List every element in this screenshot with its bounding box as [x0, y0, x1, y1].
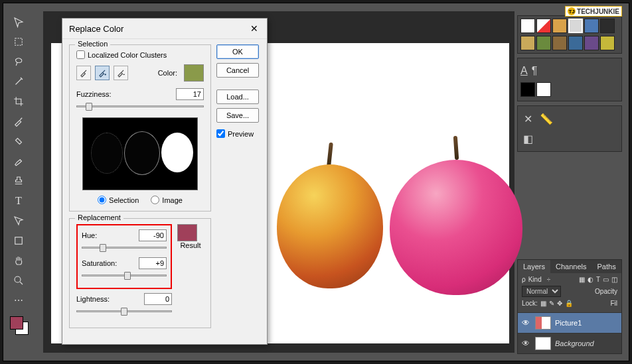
- dialog-titlebar[interactable]: Replace Color ✕: [62, 19, 267, 39]
- ok-button[interactable]: OK: [216, 44, 259, 59]
- tool-more[interactable]: ⋯: [10, 292, 27, 308]
- lightness-input[interactable]: [144, 293, 172, 305]
- hue-slider[interactable]: [82, 243, 167, 253]
- fg-color-swatch[interactable]: [10, 316, 23, 330]
- color-swatch-pair[interactable]: [10, 316, 29, 335]
- tool-stamp[interactable]: [10, 173, 27, 189]
- layer-row-background[interactable]: 👁 Background: [518, 333, 621, 353]
- hue-label: Hue:: [82, 231, 97, 239]
- lock-transparency-icon[interactable]: ▦: [540, 300, 546, 307]
- result-label: Result: [177, 241, 204, 249]
- cancel-button[interactable]: Cancel: [216, 63, 259, 78]
- load-button[interactable]: Load...: [216, 90, 259, 104]
- lightness-slider[interactable]: [76, 306, 172, 317]
- swatch-row-2[interactable]: [520, 36, 619, 50]
- kind-label: Kind: [528, 276, 542, 283]
- tab-paths[interactable]: Paths: [592, 260, 621, 273]
- visibility-icon[interactable]: 👁: [522, 318, 531, 328]
- replace-color-dialog: Replace Color ✕ Selection Localized Colo…: [62, 18, 268, 345]
- fuzziness-label: Fuzziness:: [76, 90, 112, 98]
- selection-preview: [82, 117, 198, 190]
- layer-name: Picture1: [555, 319, 582, 327]
- dialog-title: Replace Color: [69, 24, 123, 34]
- tool-shape[interactable]: [10, 233, 27, 249]
- tool-wand[interactable]: [10, 74, 27, 90]
- blend-mode-select[interactable]: Normal: [522, 286, 561, 297]
- layer-row-picture1[interactable]: 👁 Picture1: [518, 312, 621, 333]
- tool-path[interactable]: [10, 213, 27, 229]
- paragraph-icon[interactable]: ¶: [532, 65, 538, 77]
- filter-pixel-icon[interactable]: ▦: [579, 276, 585, 283]
- ruler-icon[interactable]: 📏: [539, 111, 554, 126]
- svg-rect-1: [15, 237, 23, 245]
- result-color-well[interactable]: [177, 224, 197, 241]
- layer-name: Background: [555, 339, 594, 347]
- right-panels: A ¶ ✕ 📏 ◧: [517, 15, 622, 152]
- eyedropper-sub-icon[interactable]: [114, 66, 128, 80]
- opacity-label: Opacity: [595, 288, 617, 295]
- cube-icon[interactable]: ◧: [520, 131, 535, 146]
- tool-crop[interactable]: [10, 93, 27, 109]
- swatch-row-1[interactable]: [520, 19, 619, 33]
- apple-right-graphic: [390, 136, 522, 295]
- lightness-label: Lightness:: [76, 295, 110, 303]
- tab-channels[interactable]: Channels: [550, 260, 592, 273]
- char-a-underline-icon[interactable]: A: [520, 65, 528, 77]
- tool-brush[interactable]: [10, 153, 27, 169]
- lock-paint-icon[interactable]: ✎: [549, 300, 554, 307]
- localized-checkbox[interactable]: [76, 50, 85, 59]
- tool-move[interactable]: [10, 14, 27, 30]
- tool-type[interactable]: T: [10, 193, 27, 209]
- visibility-icon[interactable]: 👁: [522, 339, 531, 348]
- highlight-box: Hue: Saturation:: [76, 224, 172, 289]
- filter-adjust-icon[interactable]: ◐: [588, 276, 593, 283]
- saturation-input[interactable]: [139, 257, 167, 269]
- layer-thumb: [535, 316, 551, 330]
- replacement-legend: Replacement: [75, 213, 123, 221]
- preview-checkbox[interactable]: [216, 129, 225, 138]
- tool-hand[interactable]: [10, 253, 27, 269]
- layers-panel-tabs: Layers Channels Paths: [518, 260, 621, 273]
- selection-legend: Selection: [75, 40, 110, 48]
- handles-icon[interactable]: ✕: [520, 111, 535, 126]
- hue-input[interactable]: [139, 229, 167, 241]
- swatches-panel: [517, 15, 622, 54]
- saturation-slider[interactable]: [82, 271, 167, 281]
- radio-selection[interactable]: Selection: [98, 196, 139, 204]
- radio-image[interactable]: Image: [151, 196, 183, 204]
- swatch-row-3[interactable]: [520, 82, 619, 97]
- tool-marquee[interactable]: [10, 34, 27, 50]
- fill-label: Fil: [610, 300, 617, 307]
- svg-point-2: [15, 276, 21, 282]
- app-frame: T ⋯: [3, 3, 629, 361]
- filter-type-icon[interactable]: T: [596, 276, 600, 283]
- color-label: Color:: [158, 69, 177, 77]
- fuzziness-slider[interactable]: [76, 101, 204, 112]
- tab-layers[interactable]: Layers: [518, 260, 550, 273]
- filter-smart-icon[interactable]: ◫: [611, 276, 617, 283]
- lock-position-icon[interactable]: ✥: [557, 300, 562, 307]
- layers-panel: Layers Channels Paths ρ Kind ÷ ▦ ◐ T ▭ ◫…: [517, 259, 622, 354]
- fuzziness-input[interactable]: [176, 88, 204, 100]
- eyedropper-add-icon[interactable]: [95, 66, 110, 80]
- lock-all-icon[interactable]: 🔒: [565, 300, 573, 307]
- replacement-fieldset: Replacement Hue:: [69, 218, 211, 328]
- tool-lasso[interactable]: [10, 54, 27, 70]
- left-toolbar: T ⋯: [10, 14, 30, 335]
- tool-heal[interactable]: [10, 133, 27, 149]
- saturation-label: Saturation:: [82, 259, 117, 267]
- tool-options-panel: ✕ 📏 ◧: [517, 105, 622, 152]
- localized-label: Localized Color Clusters: [88, 51, 167, 59]
- filter-shape-icon[interactable]: ▭: [603, 276, 609, 283]
- tool-eyedropper[interactable]: [10, 113, 27, 129]
- close-icon[interactable]: ✕: [248, 23, 260, 34]
- char-panel: A ¶: [517, 58, 622, 101]
- selection-color-well[interactable]: [184, 64, 204, 82]
- eyedropper-icon[interactable]: [76, 66, 91, 80]
- selection-fieldset: Selection Localized Color Clusters Color…: [69, 44, 211, 212]
- layers-controls: ρ Kind ÷ ▦ ◐ T ▭ ◫ Normal Opacity Lock: …: [518, 273, 621, 312]
- lock-label: Lock:: [522, 300, 538, 307]
- save-button[interactable]: Save...: [216, 108, 259, 123]
- watermark: TJTECHJUNKIE: [565, 6, 622, 17]
- tool-zoom[interactable]: [10, 273, 27, 288]
